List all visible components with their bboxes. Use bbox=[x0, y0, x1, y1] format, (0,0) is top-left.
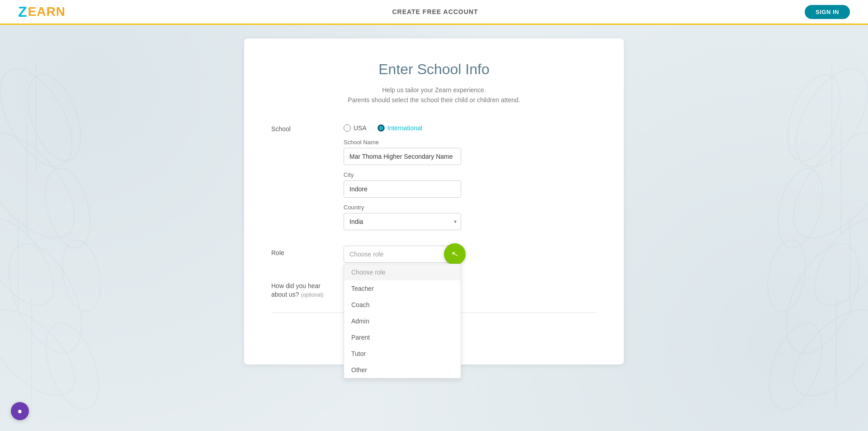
how-optional-text: (optional) bbox=[301, 292, 323, 298]
role-field-group: Choose role ▾ ↖ Choose role Teacher Coac… bbox=[344, 246, 597, 269]
subtitle-line1: Help us tailor your Zearn experience. bbox=[271, 85, 597, 95]
school-label: School bbox=[271, 122, 344, 133]
school-row: School USA International Sc bbox=[271, 122, 597, 237]
role-row: Role Choose role ▾ ↖ Choose role Teacher bbox=[271, 246, 597, 269]
radio-usa-input[interactable] bbox=[344, 124, 351, 132]
logo-text: EARN bbox=[28, 5, 66, 19]
school-name-input[interactable] bbox=[344, 148, 461, 165]
role-select-wrapper: Choose role ▾ ↖ Choose role Teacher Coac… bbox=[344, 246, 461, 263]
country-label: Country bbox=[344, 204, 597, 211]
school-field-group: USA International School Name bbox=[344, 122, 597, 237]
role-cursor-indicator: ↖ bbox=[444, 243, 466, 265]
dropdown-item-teacher[interactable]: Teacher bbox=[344, 280, 461, 297]
chat-icon: ● bbox=[18, 407, 23, 416]
logo[interactable]: ZEARN bbox=[18, 4, 66, 20]
role-placeholder: Choose role bbox=[349, 251, 384, 258]
how-label: How did you hear about us? (optional) bbox=[271, 278, 344, 299]
radio-international-input[interactable] bbox=[377, 124, 385, 132]
role-label: Role bbox=[271, 246, 344, 256]
dropdown-item-coach[interactable]: Coach bbox=[344, 297, 461, 313]
radio-usa[interactable]: USA bbox=[344, 124, 367, 132]
page-subtitle: Help us tailor your Zearn experience. Pa… bbox=[271, 85, 597, 105]
dropdown-item-parent[interactable]: Parent bbox=[344, 329, 461, 346]
how-label-line1: How did you hear bbox=[271, 282, 344, 291]
dropdown-item-admin[interactable]: Admin bbox=[344, 313, 461, 329]
city-label: City bbox=[344, 171, 597, 178]
main-content: Enter School Info Help us tailor your Ze… bbox=[0, 25, 868, 383]
form-card: Enter School Info Help us tailor your Ze… bbox=[244, 38, 624, 365]
page-title-start: Enter School bbox=[378, 61, 461, 77]
school-radio-group: USA International bbox=[344, 122, 597, 132]
school-name-label: School Name bbox=[344, 139, 597, 146]
subtitle-line2: Parents should select the school their c… bbox=[271, 95, 597, 105]
dropdown-item-placeholder[interactable]: Choose role bbox=[344, 264, 461, 280]
header-title: CREATE FREE ACCOUNT bbox=[392, 8, 478, 15]
city-input[interactable] bbox=[344, 180, 461, 198]
sign-in-button[interactable]: SIGN IN bbox=[805, 5, 850, 19]
role-select-display[interactable]: Choose role ▾ bbox=[344, 246, 461, 263]
support-button[interactable]: ● bbox=[11, 402, 29, 420]
radio-international[interactable]: International bbox=[377, 124, 422, 132]
country-select[interactable]: India United States United Kingdom Canad… bbox=[344, 213, 461, 230]
country-field-wrapper: Country India United States United Kingd… bbox=[344, 204, 597, 230]
logo-z: Z bbox=[18, 4, 28, 20]
radio-international-label: International bbox=[387, 124, 422, 132]
country-select-wrapper: India United States United Kingdom Canad… bbox=[344, 213, 461, 230]
how-label-line2: about us? (optional) bbox=[271, 290, 344, 299]
school-name-field-wrapper: School Name bbox=[344, 139, 597, 165]
page-title-end: Info bbox=[465, 61, 489, 77]
school-sub-fields: School Name City Country India bbox=[344, 139, 597, 230]
page-title: Enter School Info bbox=[271, 61, 597, 78]
cursor-arrow-icon: ↖ bbox=[451, 249, 459, 260]
header: ZEARN CREATE FREE ACCOUNT SIGN IN bbox=[0, 0, 868, 25]
dropdown-item-tutor[interactable]: Tutor bbox=[344, 346, 461, 362]
dropdown-item-other[interactable]: Other bbox=[344, 362, 461, 378]
city-field-wrapper: City bbox=[344, 171, 597, 198]
how-label-text2: about us? bbox=[271, 291, 299, 298]
role-dropdown-menu: Choose role Teacher Coach Admin Parent T… bbox=[344, 264, 461, 379]
radio-usa-label: USA bbox=[354, 124, 367, 132]
